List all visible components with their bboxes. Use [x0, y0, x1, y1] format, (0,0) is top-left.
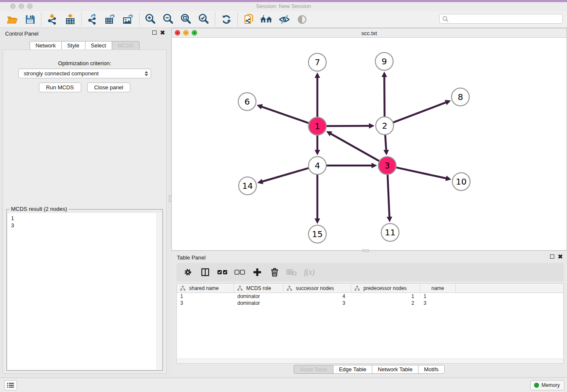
node-table: shared name MCDS role successor nodes pr… [176, 283, 564, 364]
cell-shared-name[interactable]: 3 [177, 300, 234, 306]
table-toolbar: f(x) [176, 263, 564, 282]
cell-mcds-role[interactable]: dominator [234, 300, 284, 306]
column-header-predecessor-nodes[interactable]: predecessor nodes [351, 284, 420, 293]
function-builder-icon-disabled: f(x) [304, 267, 315, 278]
table-row[interactable]: 1 dominator 4 1 1 [177, 293, 563, 300]
show-graphics-icon[interactable] [293, 12, 311, 27]
select-stepper-icon [144, 71, 149, 76]
graph-edge-3-11[interactable] [388, 175, 389, 218]
network-graph[interactable]: 1234678910111415 [172, 38, 567, 250]
graph-edge-arrowhead [372, 163, 377, 168]
graph-edge-arrowhead [315, 218, 320, 224]
select-all-columns-icon[interactable] [217, 267, 228, 278]
graph-edge-arrowhead [382, 72, 387, 77]
list-icon [7, 382, 14, 388]
optimization-criterion-label: Optimization criterion: [3, 60, 166, 66]
tab-network[interactable]: Network [30, 41, 62, 50]
zoom-out-icon[interactable] [160, 12, 177, 27]
control-panel-tabs: Network Style Select MCDS [0, 41, 169, 50]
graph-node-label: 2 [382, 121, 388, 131]
column-header-shared-name[interactable]: shared name [177, 284, 234, 293]
column-label: successor nodes [296, 285, 334, 291]
tab-style[interactable]: Style [61, 41, 85, 50]
run-mcds-button[interactable]: Run MCDS [39, 83, 81, 92]
cell-predecessor-nodes[interactable]: 2 [351, 300, 420, 306]
table-horizontal-scrollbar[interactable] [177, 359, 563, 363]
graph-edge-arrowhead [387, 217, 392, 222]
graph-edge-2-9[interactable] [384, 76, 385, 116]
tab-node-table[interactable]: Node Table [294, 365, 333, 374]
table-row[interactable]: 3 dominator 3 2 3 [177, 300, 563, 306]
export-table-icon[interactable] [102, 12, 119, 27]
import-table-icon[interactable] [61, 12, 79, 27]
tab-select[interactable]: Select [85, 41, 112, 50]
graph-edge-3-10[interactable] [396, 168, 446, 179]
refresh-view-icon[interactable] [217, 12, 235, 27]
cell-successor-nodes[interactable]: 3 [284, 300, 351, 306]
network-view-window: × − + scc.txt 1234678910111415 [171, 28, 567, 251]
hide-graphics-icon[interactable] [275, 12, 293, 27]
table-options-gear-icon[interactable] [182, 267, 193, 278]
graph-node-label: 14 [242, 181, 253, 191]
cell-mcds-role[interactable]: dominator [234, 293, 284, 300]
column-header-mcds-role[interactable]: MCDS role [234, 284, 284, 293]
show-home-icon[interactable] [258, 12, 275, 27]
import-network-icon[interactable] [44, 12, 61, 27]
mcds-result-textarea[interactable]: 1 3 [8, 213, 162, 370]
column-type-icon [180, 286, 185, 291]
zoom-in-icon[interactable] [142, 12, 160, 27]
close-panel-button[interactable]: Close panel [87, 83, 131, 92]
toolbar-separator [81, 13, 82, 26]
zoom-selected-icon[interactable] [195, 12, 213, 27]
task-history-button[interactable] [4, 380, 17, 390]
graph-edge-2-3[interactable] [385, 135, 386, 151]
export-network-icon[interactable] [84, 12, 102, 27]
add-column-icon[interactable] [252, 267, 263, 278]
cell-predecessor-nodes[interactable]: 1 [351, 293, 420, 300]
search-icon [442, 16, 449, 22]
zoom-fit-icon[interactable] [177, 12, 195, 27]
mcds-result-group: MCDS result (2 nodes) 1 3 [6, 209, 163, 371]
optimization-criterion-select[interactable]: strongly connected component [18, 69, 151, 78]
close-panel-icon[interactable]: ✖ [160, 30, 165, 35]
graph-edge-arrowhead [315, 72, 320, 78]
toolbar-separator [215, 13, 215, 26]
float-panel-icon[interactable] [152, 30, 157, 35]
toolbar-separator [41, 13, 41, 26]
column-header-successor-nodes[interactable]: successor nodes [284, 284, 351, 293]
graph-node-label: 6 [245, 97, 250, 107]
cell-successor-nodes[interactable]: 4 [284, 293, 351, 300]
export-image-icon[interactable] [119, 12, 137, 27]
graph-edge-4-14[interactable] [262, 168, 308, 182]
graph-edge-arrowhead [257, 179, 263, 184]
cell-name[interactable]: 1 [420, 293, 456, 300]
tab-motifs[interactable]: Motifs [418, 365, 445, 374]
cell-shared-name[interactable]: 1 [177, 293, 234, 300]
delete-column-icon[interactable] [269, 267, 280, 278]
tab-network-table[interactable]: Network Table [372, 365, 418, 374]
search-input[interactable] [449, 15, 562, 23]
tab-mcds[interactable]: MCDS [112, 41, 140, 50]
float-table-panel-icon[interactable] [550, 254, 554, 259]
new-network-from-selection-icon[interactable] [240, 12, 258, 27]
cell-name[interactable]: 3 [420, 300, 456, 306]
status-bar: Memory [0, 378, 567, 392]
graph-edge-3-1[interactable] [330, 133, 379, 161]
unselect-all-columns-icon[interactable] [234, 267, 245, 278]
result-scrollbar[interactable] [157, 213, 162, 370]
save-session-icon[interactable] [21, 12, 39, 27]
show-column-panel-icon[interactable] [200, 267, 211, 278]
column-header-name[interactable]: name [420, 284, 456, 293]
open-file-icon[interactable] [3, 12, 21, 27]
mcds-result-text: 1 3 [11, 215, 14, 229]
tab-edge-table[interactable]: Edge Table [333, 365, 372, 374]
graph-edge-arrowhead [315, 150, 320, 155]
graph-edge-2-8[interactable] [394, 102, 447, 122]
graph-edge-1-2[interactable] [327, 126, 370, 126]
close-table-panel-icon[interactable]: ✖ [558, 254, 563, 259]
network-canvas[interactable]: 1234678910111415 [172, 38, 567, 250]
memory-button[interactable]: Memory [530, 380, 564, 390]
network-window-titlebar[interactable]: × − + scc.txt [172, 28, 567, 38]
graph-edge-1-6[interactable] [261, 107, 308, 123]
app-titlebar: Session: New Session [0, 0, 567, 11]
